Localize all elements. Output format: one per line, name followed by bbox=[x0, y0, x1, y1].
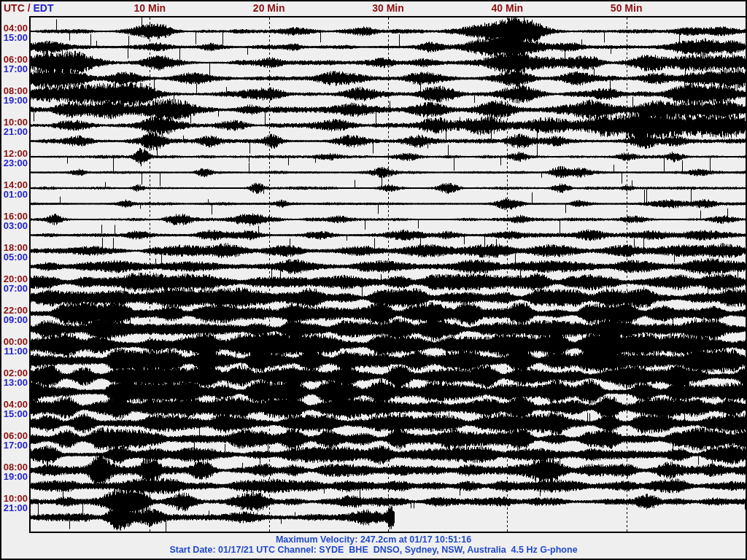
local-hour-label: 21:00 bbox=[2, 127, 28, 136]
local-hour-label: 05:00 bbox=[2, 252, 28, 262]
local-hour-label: 13:00 bbox=[2, 378, 28, 387]
local-hour-label: 01:00 bbox=[2, 190, 28, 199]
minute-tick-label: 40 Min bbox=[492, 2, 524, 14]
helicorder-page: { "header": { "utc_label": "UTC", "separ… bbox=[0, 0, 747, 560]
timezone-separator: / bbox=[25, 2, 34, 14]
minute-tick-label: 30 Min bbox=[372, 2, 404, 14]
local-hour-label: 07:00 bbox=[2, 284, 28, 293]
minute-tick-label: 50 Min bbox=[611, 2, 643, 14]
local-hour-label: 21:00 bbox=[2, 503, 28, 513]
local-hour-label: 19:00 bbox=[2, 472, 28, 481]
local-hour-label: 15:00 bbox=[2, 33, 28, 42]
local-hour-label: 23:00 bbox=[2, 158, 28, 168]
local-timezone-label: EDT bbox=[33, 2, 53, 14]
seismogram-traces bbox=[0, 0, 747, 560]
timezone-legend: UTC / EDT bbox=[4, 2, 53, 14]
local-hour-label: 19:00 bbox=[2, 96, 28, 105]
local-hour-label: 17:00 bbox=[2, 440, 28, 450]
footer: Maximum Velocity: 247.2cm at 01/17 10:51… bbox=[0, 534, 747, 555]
local-hour-label: 09:00 bbox=[2, 315, 28, 324]
local-hour-label: 11:00 bbox=[2, 346, 28, 356]
minute-tick-label: 20 Min bbox=[253, 2, 285, 14]
max-velocity-line: Maximum Velocity: 247.2cm at 01/17 10:51… bbox=[0, 534, 747, 545]
utc-label: UTC bbox=[4, 2, 25, 14]
local-hour-label: 15:00 bbox=[2, 409, 28, 419]
start-date-line: Start Date: 01/17/21 UTC Channel: SYDE B… bbox=[0, 545, 747, 555]
local-hour-label: 17:00 bbox=[2, 64, 28, 74]
minute-tick-label: 10 Min bbox=[134, 2, 166, 14]
local-hour-label: 03:00 bbox=[2, 221, 28, 230]
